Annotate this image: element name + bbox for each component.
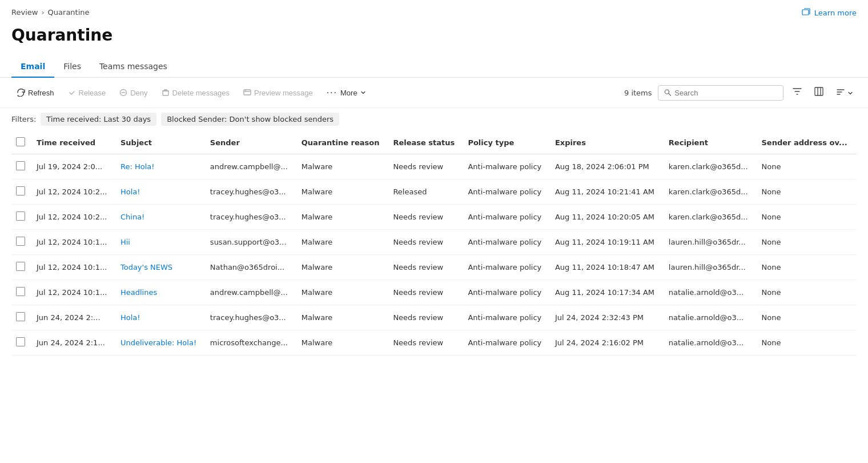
- filter-chip-blocked-sender[interactable]: Blocked Sender: Don't show blocked sende…: [161, 113, 339, 126]
- cell-sender-address-ov: None: [757, 205, 857, 230]
- cell-subject[interactable]: Hola!: [116, 305, 206, 330]
- breadcrumb-review[interactable]: Review: [11, 8, 38, 17]
- row-checkbox[interactable]: [16, 262, 25, 271]
- cell-time-received: Jul 12, 2024 10:2...: [32, 205, 116, 230]
- table-header-row: Time received Subject Sender Quarantine …: [11, 131, 857, 154]
- cell-sender-address-ov: None: [757, 305, 857, 330]
- refresh-label: Refresh: [28, 89, 54, 97]
- svg-rect-5: [244, 90, 251, 95]
- sort-chevron-icon: [847, 90, 853, 96]
- cell-subject[interactable]: China!: [116, 205, 206, 230]
- search-box: [658, 85, 783, 101]
- col-recipient[interactable]: Recipient: [664, 131, 757, 154]
- select-all-checkbox[interactable]: [16, 137, 25, 146]
- table-body: Jul 19, 2024 2:0...Re: Hola!andrew.campb…: [11, 154, 857, 356]
- more-dots: ···: [327, 88, 337, 97]
- col-subject[interactable]: Subject: [116, 131, 206, 154]
- cell-release-status: Released: [388, 179, 463, 205]
- col-sender-address-ov[interactable]: Sender address ov...: [757, 131, 857, 154]
- row-checkbox[interactable]: [16, 211, 25, 221]
- row-checkbox[interactable]: [16, 337, 25, 346]
- filter-icon: [793, 87, 802, 96]
- cell-recipient: natalie.arnold@o3...: [664, 330, 757, 356]
- row-checkbox[interactable]: [16, 161, 25, 170]
- filter-button[interactable]: [789, 85, 805, 101]
- breadcrumb-separator: ›: [41, 8, 44, 17]
- cell-expires: Aug 11, 2024 10:18:47 AM: [550, 255, 664, 280]
- col-checkbox[interactable]: [11, 131, 32, 154]
- cell-quarantine-reason: Malware: [297, 280, 389, 305]
- col-sender[interactable]: Sender: [206, 131, 297, 154]
- tab-teams-messages[interactable]: Teams messages: [90, 56, 176, 78]
- col-policy-type[interactable]: Policy type: [463, 131, 550, 154]
- tab-email[interactable]: Email: [11, 56, 54, 78]
- cell-subject[interactable]: Hii: [116, 230, 206, 255]
- deny-icon: [119, 89, 127, 97]
- cell-policy-type: Anti-malware policy: [463, 154, 550, 179]
- svg-line-7: [668, 93, 670, 95]
- cell-expires: Aug 11, 2024 10:17:34 AM: [550, 280, 664, 305]
- columns-icon: [814, 87, 823, 96]
- svg-rect-3: [163, 91, 168, 95]
- cell-sender-address-ov: None: [757, 330, 857, 356]
- learn-more-link[interactable]: Learn more: [802, 8, 857, 17]
- cell-subject[interactable]: Today's NEWS: [116, 255, 206, 280]
- table-row: Jul 12, 2024 10:2...China!tracey.hughes@…: [11, 205, 857, 230]
- table-row: Jul 12, 2024 10:1...Headlinesandrew.camp…: [11, 280, 857, 305]
- cell-sender: susan.support@o3...: [206, 230, 297, 255]
- col-release-status[interactable]: Release status: [388, 131, 463, 154]
- svg-rect-8: [815, 87, 823, 95]
- cell-recipient: karen.clark@o365d...: [664, 179, 757, 205]
- filters-label: Filters:: [11, 115, 36, 123]
- tabs-container: Email Files Teams messages: [0, 56, 868, 78]
- cell-time-received: Jul 12, 2024 10:2...: [32, 179, 116, 205]
- col-expires[interactable]: Expires: [550, 131, 664, 154]
- cell-policy-type: Anti-malware policy: [463, 205, 550, 230]
- column-settings-button[interactable]: [811, 85, 827, 101]
- cell-sender: andrew.campbell@...: [206, 280, 297, 305]
- more-button[interactable]: ··· More: [321, 85, 372, 101]
- col-time-received[interactable]: Time received: [32, 131, 116, 154]
- tab-files[interactable]: Files: [54, 56, 90, 78]
- search-input[interactable]: [674, 89, 777, 97]
- cell-release-status: Needs review: [388, 255, 463, 280]
- row-checkbox[interactable]: [16, 312, 25, 321]
- cell-subject[interactable]: Undeliverable: Hola!: [116, 330, 206, 356]
- release-label: Release: [79, 89, 106, 97]
- cell-sender-address-ov: None: [757, 255, 857, 280]
- cell-recipient: lauren.hill@o365dr...: [664, 255, 757, 280]
- refresh-icon: [17, 89, 25, 97]
- cell-subject[interactable]: Headlines: [116, 280, 206, 305]
- cell-quarantine-reason: Malware: [297, 154, 389, 179]
- cell-time-received: Jun 24, 2024 2:1...: [32, 330, 116, 356]
- filters-row: Filters: Time received: Last 30 days Blo…: [0, 108, 868, 131]
- preview-message-button[interactable]: Preview message: [238, 85, 319, 101]
- cell-subject[interactable]: Hola!: [116, 179, 206, 205]
- col-quarantine-reason[interactable]: Quarantine reason: [297, 131, 389, 154]
- cell-subject[interactable]: Re: Hola!: [116, 154, 206, 179]
- row-checkbox[interactable]: [16, 237, 25, 246]
- cell-expires: Aug 18, 2024 2:06:01 PM: [550, 154, 664, 179]
- table-row: Jul 12, 2024 10:1...Today's NEWSNathan@o…: [11, 255, 857, 280]
- release-icon: [68, 89, 76, 97]
- deny-button[interactable]: Deny: [114, 85, 153, 101]
- refresh-button[interactable]: Refresh: [11, 85, 60, 101]
- cell-quarantine-reason: Malware: [297, 255, 389, 280]
- cell-recipient: natalie.arnold@o3...: [664, 305, 757, 330]
- delete-messages-button[interactable]: Delete messages: [156, 85, 235, 101]
- cell-expires: Aug 11, 2024 10:19:11 AM: [550, 230, 664, 255]
- deny-label: Deny: [130, 89, 147, 97]
- row-checkbox[interactable]: [16, 186, 25, 195]
- cell-sender-address-ov: None: [757, 154, 857, 179]
- row-checkbox[interactable]: [16, 287, 25, 296]
- release-button[interactable]: Release: [62, 85, 112, 101]
- cell-expires: Aug 11, 2024 10:20:05 AM: [550, 205, 664, 230]
- table-container: Time received Subject Sender Quarantine …: [0, 131, 868, 356]
- filter-chip-time[interactable]: Time received: Last 30 days: [41, 113, 156, 126]
- cell-release-status: Needs review: [388, 330, 463, 356]
- cell-policy-type: Anti-malware policy: [463, 330, 550, 356]
- preview-message-label: Preview message: [254, 89, 313, 97]
- cell-sender: tracey.hughes@o3...: [206, 179, 297, 205]
- cell-sender: tracey.hughes@o3...: [206, 205, 297, 230]
- group-sort-button[interactable]: [833, 85, 857, 101]
